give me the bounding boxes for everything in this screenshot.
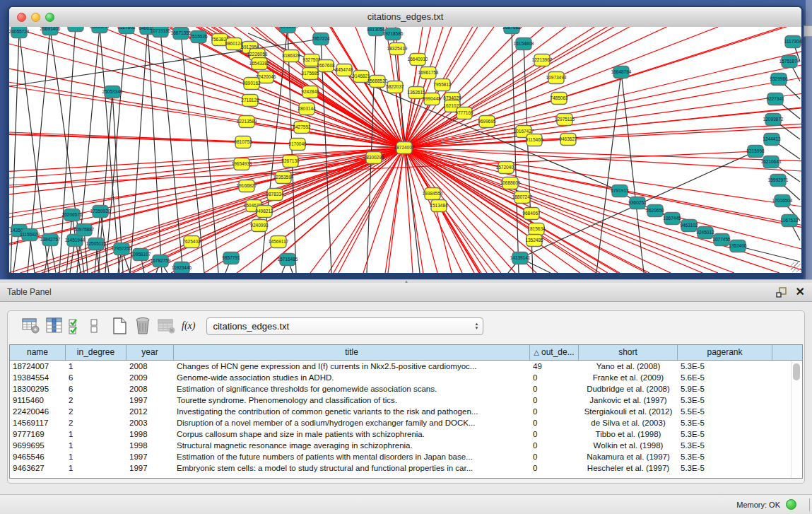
network-node-label: 9890162: [242, 81, 261, 86]
desktop-edge: [806, 0, 812, 283]
table-row[interactable]: 946554611997Estimation of the future num…: [10, 451, 802, 462]
network-window-titlebar[interactable]: citations_edges.txt: [9, 7, 801, 28]
column-header-in_degree[interactable]: in_degree: [66, 345, 126, 360]
network-node-label: 5822037: [386, 84, 404, 89]
table-panel-body: f(x) citations_edges.txt ▲▼ namein_degre…: [7, 310, 805, 484]
column-header-pagerank[interactable]: pagerank: [678, 345, 772, 360]
network-node-label: 9242848: [301, 89, 319, 94]
network-node-label: 17359928: [90, 209, 111, 214]
table-header-row: namein_degreeyeartitle△out_de...shortpag…: [10, 345, 802, 361]
network-node-label: 1067445: [663, 216, 681, 221]
table-cell: 2: [66, 395, 126, 406]
table-cell: 9463627: [10, 462, 66, 474]
network-node-label: 15992971: [768, 177, 789, 182]
select-all-rows-icon[interactable]: [69, 317, 84, 334]
network-node-label: 7955812: [433, 82, 452, 87]
table-cell: 5.3E-5: [678, 417, 772, 428]
network-node-label: 20691406: [40, 27, 61, 31]
network-node-label: 9684067: [522, 211, 541, 216]
table-cell: Embryonic stem cells: a model to study s…: [174, 462, 530, 474]
window-resize-grip[interactable]: [791, 262, 801, 272]
table-row[interactable]: 911546021997Tourette syndrome. Phenomeno…: [10, 395, 802, 406]
table-cell: Structural magnetic resonance image aver…: [174, 440, 530, 451]
column-header-name[interactable]: name: [10, 345, 66, 360]
table-cell: 9465546: [10, 451, 66, 462]
table-cell: 1998: [126, 440, 174, 451]
network-node-label: 12093872: [763, 117, 784, 122]
network-node-label: 9329966: [770, 76, 788, 81]
network-node-label: 10958107: [131, 252, 151, 257]
float-panel-icon[interactable]: [776, 286, 787, 298]
table-cell: 5.3E-5: [678, 361, 772, 372]
create-column-icon[interactable]: [22, 317, 40, 334]
table-cell: 0: [530, 428, 579, 440]
table-cell: Estimation of the future numbers of pati…: [174, 451, 530, 462]
maximize-window-icon[interactable]: [45, 13, 54, 22]
network-node-label: 19218586: [383, 31, 404, 36]
table-selector-dropdown[interactable]: citations_edges.txt ▲▼: [206, 317, 483, 335]
network-node-label: 9860124: [225, 41, 243, 46]
table-cell: Franke et al. (2009): [579, 372, 678, 383]
network-node-label: 12213967: [532, 57, 553, 62]
minimize-window-icon[interactable]: [31, 13, 40, 22]
deselect-rows-icon[interactable]: [90, 317, 100, 334]
network-node-label: 7515526: [189, 34, 208, 39]
close-window-icon[interactable]: [17, 13, 26, 22]
scrollbar-thumb[interactable]: [793, 363, 800, 380]
table-row[interactable]: 969969511998Structural magnetic resonanc…: [10, 440, 802, 451]
network-node-label: 10688609: [500, 180, 521, 185]
network-node-label: 16671355: [171, 30, 192, 35]
network-node-label: 8215958: [746, 148, 765, 153]
network-canvas[interactable]: 1872400718300295193845541513484756382298…: [9, 27, 801, 273]
column-header-year[interactable]: year: [126, 345, 174, 360]
column-header-title[interactable]: title: [174, 345, 530, 360]
table-row[interactable]: 1938455462009Genome-wide association stu…: [10, 372, 802, 383]
table-row[interactable]: 946362711997Embryonic stem cells: a mode…: [10, 462, 802, 474]
network-node-label: 7485063: [550, 95, 568, 100]
table-cell: Corpus callosum shape and size in male p…: [174, 428, 530, 440]
network-node-label: 11156829: [20, 232, 40, 237]
panel-title: Table Panel: [0, 283, 812, 301]
network-node-label: 10719185: [151, 28, 171, 33]
table-row[interactable]: 2242004622012Investigating the contribut…: [10, 406, 802, 417]
network-node-label: 9463627: [559, 136, 577, 141]
column-header-out_de[interactable]: △out_de...: [530, 345, 579, 360]
new-table-icon[interactable]: [111, 317, 128, 335]
delete-table-icon[interactable]: [134, 317, 152, 335]
table-cell: Estimation of significance thresholds fo…: [174, 383, 530, 395]
table-vertical-scrollbar[interactable]: [791, 361, 802, 478]
network-node-label: 20206576: [62, 212, 83, 217]
column-header-short[interactable]: short: [579, 345, 678, 360]
close-panel-icon[interactable]: ✕: [796, 286, 805, 298]
table-row[interactable]: 1456911722003Disruption of a novel membe…: [10, 417, 802, 428]
network-node-label: 1352485: [525, 238, 543, 243]
table-cell: 0: [530, 372, 579, 383]
table-cell: 1: [66, 462, 126, 474]
table-cell: Tourette syndrome. Phenomenology and cla…: [174, 395, 530, 406]
network-node-label: 12975115: [555, 117, 575, 122]
network-node-label: 9990448: [423, 96, 441, 101]
network-node-label: 1513484: [430, 203, 448, 208]
table-row[interactable]: 1872400712008Changes of HCN gene express…: [10, 361, 802, 372]
node-table: namein_degreeyeartitle△out_de...shortpag…: [9, 344, 803, 479]
network-node-label: 14139141: [510, 255, 531, 260]
network-node-label: 12226058: [247, 52, 268, 57]
network-node-label: 2687682: [502, 27, 521, 30]
window-controls: [17, 13, 54, 22]
network-node-label: 25053346: [102, 89, 123, 94]
table-cell: 5.3E-5: [678, 462, 772, 474]
network-node-label: 16648784: [611, 69, 632, 74]
table-cell: de Silva et al. (2003): [579, 417, 678, 428]
table-cell: 1: [66, 440, 126, 451]
table-toolbar: f(x) citations_edges.txt ▲▼: [8, 311, 804, 341]
network-node-label: 9360251: [628, 200, 647, 205]
table-cell: 0: [530, 406, 579, 417]
column-selector-icon[interactable]: [46, 317, 63, 334]
network-graph[interactable]: 1872400718300295193845541513484756382298…: [9, 27, 801, 273]
table-cell: 19384554: [10, 372, 66, 383]
table-cell: 2003: [126, 417, 174, 428]
function-builder-icon[interactable]: f(x): [182, 320, 195, 332]
table-row[interactable]: 1830029562008Estimation of significance …: [10, 383, 802, 395]
network-node-label: 11451944: [65, 238, 86, 243]
table-row[interactable]: 977716911998Corpus callosum shape and si…: [10, 428, 802, 440]
